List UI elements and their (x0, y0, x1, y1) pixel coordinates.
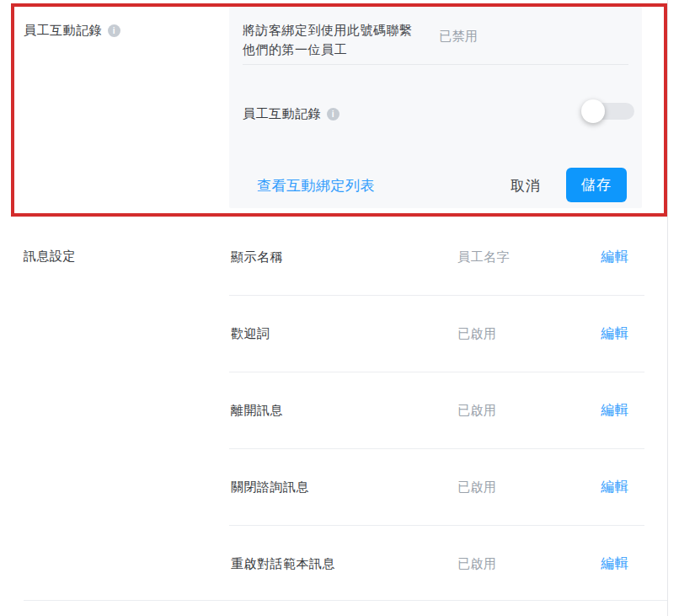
cancel-button[interactable]: 取消 (511, 176, 541, 196)
settings-row: 離開訊息 已啟用 編輯 (229, 372, 644, 448)
row-status: 已啟用 (457, 326, 497, 342)
content-right-border (667, 0, 668, 616)
edit-link[interactable]: 編輯 (601, 325, 628, 343)
row-status: 員工名字 (457, 249, 510, 265)
view-bindings-link[interactable]: 查看互動綁定列表 (257, 176, 375, 196)
interaction-toggle-label: 員工互動記錄 i (243, 106, 340, 122)
interaction-record-toggle[interactable] (584, 103, 634, 120)
binding-status: 已禁用 (439, 29, 479, 45)
row-status: 已啟用 (457, 479, 497, 495)
message-settings-rows: 顯示名稱 員工名字 編輯 歡迎詞 已啟用 編輯 離開訊息 已啟用 編輯 關閉諮詢… (229, 218, 644, 602)
toggle-knob (581, 99, 605, 123)
bottom-divider (24, 600, 667, 601)
interaction-settings-panel: 將訪客綁定到使用此號碼聯繫他們的第一位員工 已禁用 員工互動記錄 i 查看互動綁… (229, 7, 642, 208)
edit-link[interactable]: 編輯 (601, 248, 628, 265)
row-label: 重啟對話範本訊息 (231, 556, 335, 572)
panel-divider (243, 64, 628, 65)
edit-link[interactable]: 編輯 (601, 479, 628, 496)
section-title-text: 訊息設定 (24, 249, 76, 265)
settings-row: 顯示名稱 員工名字 編輯 (229, 218, 644, 295)
edit-link[interactable]: 編輯 (601, 402, 628, 420)
info-icon[interactable]: i (108, 24, 120, 37)
section-title-interaction-record: 員工互動記錄 i (24, 23, 120, 39)
info-icon[interactable]: i (327, 108, 340, 121)
row-label: 歡迎詞 (231, 326, 270, 342)
settings-row: 關閉諮詢訊息 已啟用 編輯 (229, 448, 644, 525)
settings-row: 重啟對話範本訊息 已啟用 編輯 (229, 525, 644, 602)
row-label: 關閉諮詢訊息 (231, 479, 309, 495)
section-title-message-settings: 訊息設定 (24, 249, 76, 265)
row-label: 離開訊息 (231, 403, 283, 419)
binding-description: 將訪客綁定到使用此號碼聯繫他們的第一位員工 (243, 20, 416, 59)
settings-row: 歡迎詞 已啟用 編輯 (229, 295, 644, 372)
toggle-label-text: 員工互動記錄 (243, 106, 321, 122)
row-status: 已啟用 (457, 556, 497, 572)
row-status: 已啟用 (457, 403, 497, 419)
row-label: 顯示名稱 (231, 249, 283, 265)
section-title-text: 員工互動記錄 (24, 23, 102, 39)
save-button[interactable]: 儲存 (566, 168, 627, 202)
edit-link[interactable]: 編輯 (601, 555, 628, 573)
